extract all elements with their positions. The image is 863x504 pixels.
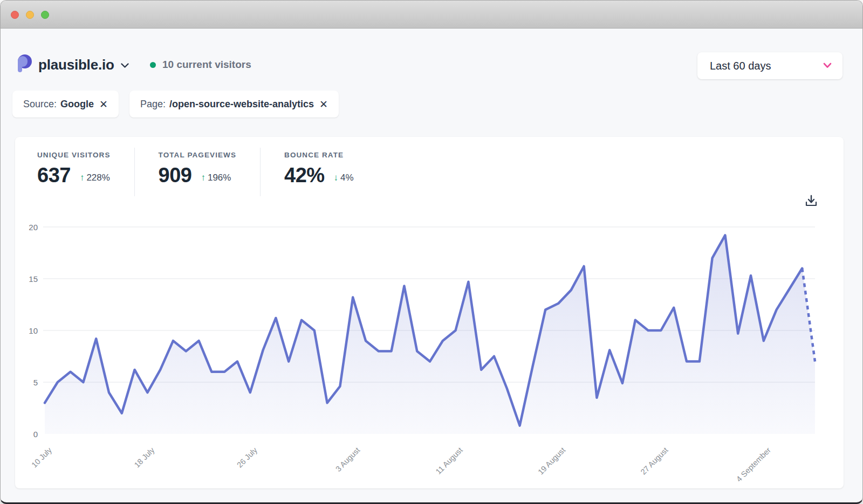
stat-change-value: 196% [208,172,231,183]
x-tick-label: 11 August [434,446,464,476]
y-tick-label: 20 [29,223,38,232]
filter-value: /open-source-website-analytics [169,99,314,110]
stat-value: 637 [37,165,71,185]
chevron-down-icon [823,61,832,71]
filter-prefix: Source: [23,99,57,110]
site-name: plausible.io [38,57,114,73]
arrow-down-icon: ↓ [334,172,339,183]
filter-prefix: Page: [140,99,166,110]
stat-unique-visitors[interactable]: UNIQUE VISITORS 637 ↑228% [37,147,134,196]
app-window: plausible.io 10 current visitors Last 60… [0,0,863,504]
window-close-button[interactable] [11,11,19,19]
site-switcher[interactable]: plausible.io [16,54,129,75]
y-tick-label: 0 [33,430,38,439]
current-visitors-label: 10 current visitors [162,59,251,71]
y-tick-label: 10 [29,326,38,335]
stat-bounce-rate[interactable]: BOUNCE RATE 42% ↓4% [261,147,378,196]
y-tick-label: 5 [33,378,38,387]
date-range-label: Last 60 days [710,60,771,72]
chevron-down-icon [121,61,129,71]
stat-label: BOUNCE RATE [284,151,354,159]
x-tick-label: 10 July [30,445,53,469]
stat-label: UNIQUE VISITORS [37,151,111,159]
x-tick-label: 18 July [133,445,156,469]
window-zoom-button[interactable] [41,11,49,19]
stat-value: 42% [284,165,325,185]
stat-label: TOTAL PAGEVIEWS [159,151,237,159]
analytics-card: UNIQUE VISITORS 637 ↑228% TOTAL PAGEVIEW… [15,137,844,488]
remove-filter-icon[interactable]: ✕ [99,99,108,109]
area-fill [45,235,815,434]
filter-pill-source[interactable]: Source: Google ✕ [12,91,119,118]
filter-pill-page[interactable]: Page: /open-source-website-analytics ✕ [129,91,339,118]
plausible-logo-icon [16,54,32,75]
window-titlebar [1,1,862,29]
remove-filter-icon[interactable]: ✕ [319,99,328,109]
download-icon[interactable] [805,194,818,210]
x-tick-label: 26 July [235,445,259,469]
visitors-chart[interactable]: 2015105010 July18 July26 July3 August11 … [23,212,823,485]
stats-row: UNIQUE VISITORS 637 ↑228% TOTAL PAGEVIEW… [37,147,378,196]
x-tick-label: 27 August [639,446,670,477]
stat-change-value: 4% [340,172,354,183]
x-tick-label: 4 September [735,446,772,484]
filter-bar: Source: Google ✕ Page: /open-source-webs… [12,91,339,118]
live-dot-icon [150,62,156,68]
y-tick-label: 15 [29,274,38,284]
chart-area: 2015105010 July18 July26 July3 August11 … [23,212,823,487]
filter-value: Google [60,99,94,110]
window-minimize-button[interactable] [26,11,34,19]
arrow-up-icon: ↑ [80,172,85,183]
x-tick-label: 3 August [334,446,361,473]
x-tick-label: 19 August [536,446,567,477]
stat-value: 909 [159,165,192,185]
arrow-up-icon: ↑ [201,172,206,183]
current-visitors[interactable]: 10 current visitors [150,59,251,71]
stat-change-value: 228% [86,172,109,183]
date-range-select[interactable]: Last 60 days [697,52,843,79]
stat-total-pageviews[interactable]: TOTAL PAGEVIEWS 909 ↑196% [135,147,261,196]
